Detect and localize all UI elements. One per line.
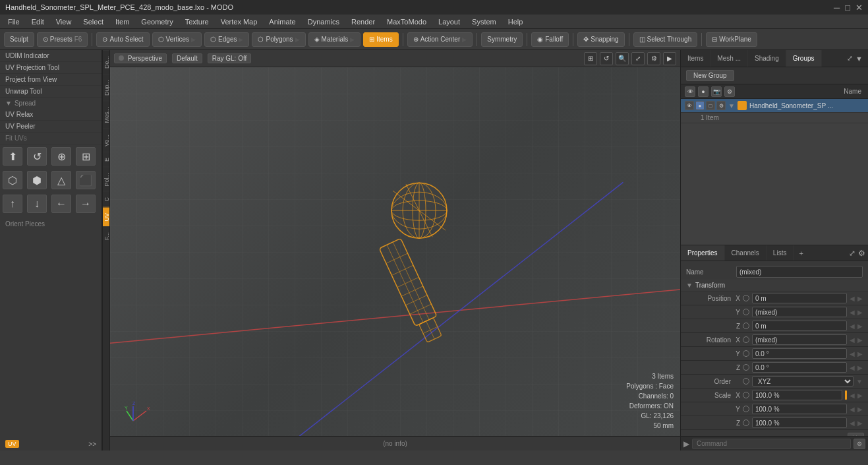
rotation-y-arrow-right[interactable]: ▶ xyxy=(857,350,863,357)
menu-view[interactable]: View xyxy=(51,16,77,27)
presets-btn[interactable]: ⊙ Presets F6 xyxy=(37,32,88,47)
scale-y-circle[interactable] xyxy=(743,406,749,412)
menu-item[interactable]: Item xyxy=(110,16,134,27)
grid-btn-add[interactable]: ⊕ xyxy=(51,147,71,166)
tab-groups[interactable]: Groups xyxy=(786,50,822,67)
scale-y-arrow-left[interactable]: ◀ xyxy=(850,406,855,413)
minimize-btn[interactable]: ─ xyxy=(834,3,840,13)
grid-btn-grid[interactable]: ⊞ xyxy=(76,147,96,166)
scale-x-arrow-right[interactable]: ▶ xyxy=(857,392,863,399)
edges-btn[interactable]: ⬡ Edges ▶ xyxy=(204,32,249,47)
items-btn[interactable]: ⊞ Items xyxy=(363,32,398,47)
project-from-view-tool[interactable]: Project from View xyxy=(0,74,101,86)
props-expand-icon[interactable]: ⤢ xyxy=(849,249,855,258)
spread-section[interactable]: ▼ Spread xyxy=(0,98,101,109)
uv-projection-tool[interactable]: UV Projection Tool xyxy=(0,62,101,74)
menu-system[interactable]: System xyxy=(467,16,502,27)
viewport-rotate-icon[interactable]: ↺ xyxy=(600,52,613,65)
tab-items[interactable]: Items xyxy=(681,50,710,67)
grid-btn-down[interactable]: ↓ xyxy=(27,195,47,213)
group-icon-gear[interactable]: ⚙ xyxy=(724,86,735,97)
udim-indicator-tool[interactable]: UDIM Indicator xyxy=(0,50,101,62)
position-y-arrow-left[interactable]: ◀ xyxy=(850,309,855,316)
rotation-z-circle[interactable] xyxy=(743,364,749,371)
gi-eye-0[interactable]: 👁 xyxy=(685,101,694,110)
rotation-z-arrow-left[interactable]: ◀ xyxy=(850,364,855,371)
props-gear-icon[interactable]: ⚙ xyxy=(858,249,865,258)
props-name-input[interactable] xyxy=(736,266,863,278)
props-tab-channels[interactable]: Channels xyxy=(725,245,767,261)
position-y-circle[interactable] xyxy=(743,309,749,315)
menu-select[interactable]: Select xyxy=(78,16,109,27)
grid-btn-rotate[interactable]: ↺ xyxy=(27,147,47,166)
menu-maxtomodo[interactable]: MaxToModo xyxy=(382,16,432,27)
vert-tab-de[interactable]: De... xyxy=(103,50,109,74)
menu-layout[interactable]: Layout xyxy=(433,16,465,27)
order-select[interactable]: XYZ xyxy=(752,376,854,387)
position-y-arrow-right[interactable]: ▶ xyxy=(857,309,863,316)
falloff-btn[interactable]: ◉ Falloff xyxy=(531,32,569,47)
grid-btn-hex2[interactable]: ⬢ xyxy=(27,171,47,189)
tab-shading[interactable]: Shading xyxy=(748,50,786,67)
grid-btn-move-up[interactable]: ⬆ xyxy=(3,147,22,166)
scale-y-input[interactable] xyxy=(752,404,847,414)
perspective-btn[interactable]: Perspective xyxy=(114,53,167,63)
expand-btn[interactable]: >> xyxy=(88,441,96,448)
scale-x-circle[interactable] xyxy=(743,392,749,398)
rotation-y-input[interactable] xyxy=(752,348,847,359)
menu-texture[interactable]: Texture xyxy=(180,16,214,27)
props-tab-lists[interactable]: Lists xyxy=(767,245,794,261)
group-icon-circle[interactable]: ● xyxy=(698,86,709,97)
order-circle[interactable] xyxy=(743,378,749,385)
rotation-z-arrow-right[interactable]: ▶ xyxy=(857,364,863,371)
maximize-btn[interactable]: □ xyxy=(845,3,850,13)
vert-tab-e[interactable]: E xyxy=(103,152,109,167)
grid-btn-tri[interactable]: △ xyxy=(51,171,71,189)
order-arrow[interactable]: ▼ xyxy=(856,378,863,385)
position-z-arrow-right[interactable]: ▶ xyxy=(857,323,863,330)
group-item-0[interactable]: 👁 ● □ ⚙ ▼ Handheld_Sonometer_SP ... xyxy=(681,99,868,113)
command-input[interactable] xyxy=(692,439,851,449)
vert-tab-dup[interactable]: Dup... xyxy=(103,74,109,101)
rotation-x-input[interactable] xyxy=(752,334,847,345)
grid-btn-sq[interactable]: ⬛ xyxy=(76,171,96,189)
symmetry-btn[interactable]: Symmetry xyxy=(481,32,523,47)
uv-relax-tool[interactable]: UV Relax xyxy=(0,109,101,121)
uv-peeler-tool[interactable]: UV Peeler xyxy=(0,121,101,133)
vert-tab-c[interactable]: C xyxy=(103,191,109,207)
ray-gl-btn[interactable]: Ray GL: Off xyxy=(208,53,252,63)
rotation-y-circle[interactable] xyxy=(743,350,749,357)
vert-tab-mes[interactable]: Mes... xyxy=(103,101,109,129)
close-btn[interactable]: ✕ xyxy=(855,3,863,13)
workplane-btn[interactable]: ⊟ WorkPlane xyxy=(706,32,757,47)
menu-geometry[interactable]: Geometry xyxy=(136,16,178,27)
unwrap-tool[interactable]: Unwrap Tool xyxy=(0,86,101,98)
group-icon-eye[interactable]: 👁 xyxy=(685,86,695,97)
grid-btn-hex[interactable]: ⬡ xyxy=(3,171,22,189)
vertices-btn[interactable]: ⬡ Vertices ▶ xyxy=(152,32,202,47)
rotation-x-circle[interactable] xyxy=(743,336,749,343)
scale-z-arrow-left[interactable]: ◀ xyxy=(850,419,855,427)
vert-tab-f[interactable]: F... xyxy=(103,226,109,245)
gi-dot-0[interactable]: ● xyxy=(695,101,705,110)
materials-btn[interactable]: ◈ Materials ▶ xyxy=(308,32,361,47)
grid-btn-left[interactable]: ← xyxy=(51,195,71,213)
viewport-canvas[interactable]: 3 Items Polygons : Face Channels: 0 Defo… xyxy=(110,67,680,450)
snapping-btn[interactable]: ✥ Snapping xyxy=(577,32,624,47)
position-z-arrow-left[interactable]: ◀ xyxy=(850,323,855,330)
polygons-btn[interactable]: ⬡ Polygons ▶ xyxy=(252,32,305,47)
titlebar-controls[interactable]: ─ □ ✕ xyxy=(834,3,863,13)
menu-animate[interactable]: Animate xyxy=(264,16,301,27)
grid-btn-up[interactable]: ↑ xyxy=(3,195,22,213)
tab-mesh[interactable]: Mesh ... xyxy=(710,50,748,67)
menu-dynamics[interactable]: Dynamics xyxy=(303,16,345,27)
viewport-fit-icon[interactable]: ⊞ xyxy=(584,52,597,65)
props-tab-plus[interactable]: + xyxy=(794,245,808,261)
new-group-btn[interactable]: New Group xyxy=(686,70,734,81)
viewport-expand-icon[interactable]: ⤢ xyxy=(631,52,645,65)
menu-edit[interactable]: Edit xyxy=(26,16,49,27)
scale-z-input[interactable] xyxy=(752,418,847,428)
vert-tab-uv[interactable]: UV xyxy=(103,207,109,227)
select-through-btn[interactable]: ◫ Select Through xyxy=(633,32,698,47)
position-y-input[interactable] xyxy=(752,307,847,317)
